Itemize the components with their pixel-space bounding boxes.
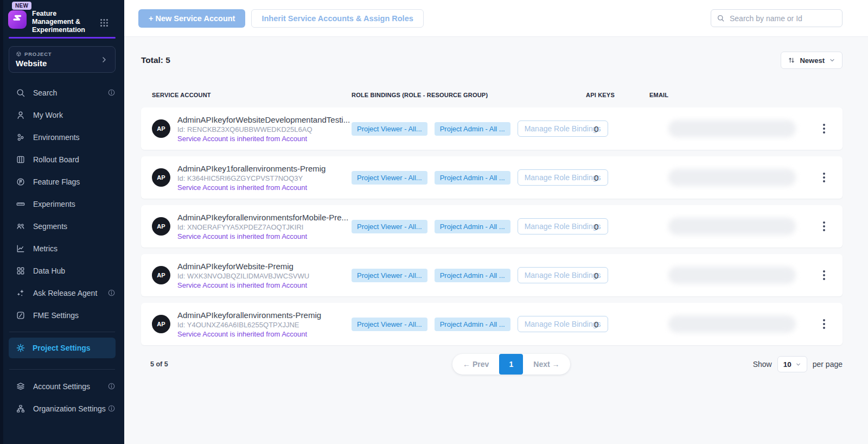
email-redacted xyxy=(668,267,796,284)
table-footer: 5 of 5 ← Prev 1 Next → Show 10 per page xyxy=(141,354,843,375)
role-badge: Project Viewer - All... xyxy=(352,318,427,331)
topbar: + New Service Account Inherit Service Ac… xyxy=(124,0,868,37)
project-cube-icon xyxy=(16,51,22,57)
table-header: SERVICE ACCOUNT ROLE BINDINGS (ROLE - RE… xyxy=(141,92,843,98)
environments-icon xyxy=(15,132,26,143)
sidebar-item-data-hub[interactable]: Data Hub xyxy=(0,259,124,282)
search-input[interactable] xyxy=(729,14,837,23)
api-keys-count: 0 xyxy=(586,124,649,134)
app-switcher-icon[interactable] xyxy=(99,18,109,34)
role-badge: Project Viewer - All... xyxy=(352,269,427,282)
sidebar: NEW Feature Management & Experimentation xyxy=(0,0,124,444)
api-keys-count: 0 xyxy=(586,222,649,231)
sidebar-item-project-settings[interactable]: Project Settings xyxy=(9,338,116,358)
layers-gear-icon xyxy=(15,381,26,392)
chevron-down-icon xyxy=(795,361,801,367)
inherited-note: Service Account is inherited from Accoun… xyxy=(177,330,321,338)
email-cell xyxy=(649,120,814,137)
new-service-account-button[interactable]: + New Service Account xyxy=(138,9,245,28)
column-role-bindings: ROLE BINDINGS (ROLE - RESOURCE GROUP) xyxy=(352,92,586,98)
page-size-value: 10 xyxy=(783,360,792,369)
sidebar-item-segments[interactable]: Segments xyxy=(0,215,124,237)
data-hub-icon xyxy=(15,265,26,276)
email-redacted xyxy=(668,218,796,235)
show-label: Show xyxy=(753,360,772,369)
inherited-note: Service Account is inherited from Accoun… xyxy=(177,281,309,289)
prev-page-button[interactable]: ← Prev xyxy=(452,360,499,369)
project-label: PROJECT xyxy=(24,51,52,57)
new-badge: NEW xyxy=(12,2,31,10)
inherited-note: Service Account is inherited from Accoun… xyxy=(177,135,350,143)
inherit-service-accounts-button[interactable]: Inherit Service Accounts & Assign Roles xyxy=(251,9,423,28)
sidebar-item-ask-release-agent[interactable]: Ask Release Agent xyxy=(0,282,124,304)
service-account-name: AdminAPIkeyforallenvironments-Premig xyxy=(177,310,321,320)
role-badge: Project Admin - All ... xyxy=(435,122,510,136)
role-badge: Project Viewer - All... xyxy=(352,220,427,233)
service-account-id: Id: K364HIC5RI6GZGYCPVST7NOQ3Y xyxy=(177,174,326,182)
sidebar-item-feature-flags[interactable]: Feature Flags xyxy=(0,170,124,193)
org-gear-icon xyxy=(15,403,26,414)
project-name: Website xyxy=(16,59,100,68)
email-cell xyxy=(649,315,814,333)
inherited-note: Service Account is inherited from Accoun… xyxy=(177,232,348,240)
table-row: AP AdminAPIkeyforWebsiteDevelopmentandTe… xyxy=(141,107,843,150)
sidebar-bottom-nav: Account Settings Organization Settings xyxy=(0,375,124,420)
sort-label: Newest xyxy=(800,56,825,65)
service-account-id: Id: WXK3NVOJBQZILIDMAVBJWCSVWU xyxy=(177,272,309,280)
row-menu-button[interactable] xyxy=(814,316,834,332)
table-row: AP AdminAPIkeyforallenvironments-Premig … xyxy=(141,303,843,345)
sort-dropdown[interactable]: Newest xyxy=(781,52,843,69)
per-page-label: per page xyxy=(813,360,843,369)
sparkles-icon xyxy=(15,288,26,299)
email-redacted xyxy=(668,169,796,186)
role-badge: Project Admin - All ... xyxy=(435,318,510,331)
sidebar-header: NEW Feature Management & Experimentation xyxy=(0,0,124,34)
sidebar-item-organization-settings[interactable]: Organization Settings xyxy=(0,397,124,420)
sidebar-item-rollout-board[interactable]: Rollout Board xyxy=(0,148,124,170)
inherited-note: Service Account is inherited from Accoun… xyxy=(177,183,326,192)
avatar: AP xyxy=(152,168,170,187)
people-icon xyxy=(15,221,26,232)
search-icon xyxy=(15,87,26,98)
sidebar-item-environments[interactable]: Environments xyxy=(0,126,124,148)
app-logo-icon xyxy=(8,10,27,29)
sidebar-item-account-settings[interactable]: Account Settings xyxy=(0,375,124,397)
role-badge: Project Admin - All ... xyxy=(435,269,510,282)
row-menu-button[interactable] xyxy=(814,267,834,283)
avatar: AP xyxy=(152,217,170,236)
user-icon xyxy=(15,110,26,120)
service-account-id: Id: XNOERAFYYA5XPDEZ7AOQTJKIRI xyxy=(177,223,348,231)
role-badge: Project Viewer - All... xyxy=(352,171,427,185)
sidebar-nav: Search My Work Environments Rollout Boar… xyxy=(0,81,124,326)
board-icon xyxy=(15,154,26,165)
service-account-id: Id: Y4OUNXZ46A6IBL6255QTPXJJNE xyxy=(177,321,321,329)
main-area: + New Service Account Inherit Service Ac… xyxy=(124,0,868,444)
email-cell xyxy=(649,169,814,186)
sidebar-item-fme-settings[interactable]: FME Settings xyxy=(0,304,124,326)
sidebar-item-metrics[interactable]: Metrics xyxy=(0,237,124,259)
api-keys-count: 0 xyxy=(586,173,649,182)
row-menu-button[interactable] xyxy=(814,218,834,234)
api-keys-count: 0 xyxy=(586,271,649,280)
content-area: Total: 5 Newest SERVICE ACCOUNT ROLE BIN… xyxy=(124,37,868,444)
sidebar-divider xyxy=(9,369,115,370)
sidebar-item-experiments[interactable]: Experiments xyxy=(0,193,124,215)
info-icon xyxy=(107,382,116,390)
row-count: 5 of 5 xyxy=(141,360,270,368)
sidebar-item-my-work[interactable]: My Work xyxy=(0,104,124,126)
project-selector[interactable]: PROJECT Website xyxy=(9,46,116,73)
email-redacted xyxy=(668,120,796,137)
current-page-button[interactable]: 1 xyxy=(499,354,523,375)
service-account-name: AdminAPIkeyforallenvironmentsforMobile-P… xyxy=(177,213,348,222)
row-menu-button[interactable] xyxy=(814,120,834,137)
api-keys-count: 0 xyxy=(586,320,649,329)
email-cell xyxy=(649,267,814,284)
row-menu-button[interactable] xyxy=(814,169,834,186)
service-account-id: Id: RENCKBZ3XQ6UBBWWEDKD25L6AQ xyxy=(177,125,350,134)
next-page-button[interactable]: Next → xyxy=(523,360,570,369)
page-size-dropdown[interactable]: 10 xyxy=(777,356,807,372)
total-count: Total: 5 xyxy=(141,55,170,65)
flag-icon xyxy=(15,176,26,187)
sidebar-item-search[interactable]: Search xyxy=(0,81,124,104)
avatar: AP xyxy=(152,119,170,138)
